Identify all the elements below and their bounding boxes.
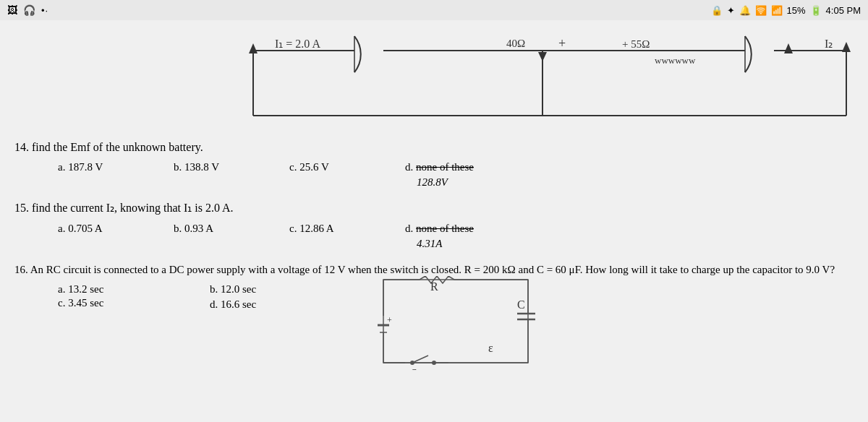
q14-text: find the Emf of the unknown battery. <box>32 141 203 153</box>
q15-a-value: 0.705 A <box>68 223 103 234</box>
q16-a-value: 13.2 sec <box>68 283 103 295</box>
notification-icon: 🔔 <box>739 5 751 16</box>
q15-d-strikethrough: none of these <box>416 223 474 234</box>
rc-circuit-diagram: R C <box>376 276 535 373</box>
q14-b-value: 138.8 V <box>184 161 219 173</box>
q16-answers: a. 13.2 sec c. 3.45 sec <box>58 283 195 309</box>
q14-answers: a. 187.8 V b. 138.8 V c. 25.6 V d. none … <box>58 158 854 190</box>
lock-icon: 🔒 <box>711 5 723 16</box>
status-left: 🖼 🎧 •· <box>7 4 48 16</box>
status-right: 🔒 ✦ 🔔 🛜 📶 15% 🔋 4:05 PM <box>711 5 861 16</box>
star-icon: ✦ <box>727 5 735 16</box>
headphone-icon: 🎧 <box>23 4 35 16</box>
question-15-title: 15. find the current I₂, knowing that I₁… <box>14 200 854 216</box>
q16-b-value: 12.0 sec <box>221 283 256 295</box>
q15-d-value: d. none of these <box>405 221 550 236</box>
q14-c-value: 25.6 V <box>299 161 329 173</box>
q16-content: a. 13.2 sec c. 3.45 sec b. 12.0 sec d. <box>14 283 854 373</box>
q16-d-value: 16.6 sec <box>221 298 256 310</box>
q16-c-value: 3.45 sec <box>68 297 103 309</box>
svg-text:S: S <box>411 367 417 370</box>
svg-text:R: R <box>430 280 438 293</box>
q15-answer-d: d. none of these 4.31A <box>405 221 550 251</box>
q14-a-value: 187.8 V <box>68 161 103 173</box>
q15-d-extra: 4.31A <box>417 236 550 251</box>
q15-b-value: 0.93 A <box>184 223 213 234</box>
svg-text:ε: ε <box>488 342 493 354</box>
q15-answer-a: a. 0.705 A <box>58 220 174 237</box>
wifi-icon: 🛜 <box>755 5 767 16</box>
q15-a-label: a. <box>58 223 68 234</box>
q15-answer-b: b. 0.93 A <box>174 220 289 237</box>
q14-number: 14. <box>14 141 29 153</box>
q16-answer-d: d. 16.6 sec <box>210 298 318 311</box>
q15-number: 15. <box>14 202 29 214</box>
question-16-text: 16. An RC circuit is connected to a DC p… <box>14 262 854 278</box>
rc-circuit-svg: R C <box>376 276 535 370</box>
battery-percentage: 15% <box>787 5 806 16</box>
svg-line-37 <box>412 356 428 363</box>
q16-body: An RC circuit is connected to a DC power… <box>30 264 835 275</box>
svg-text:C: C <box>517 298 525 311</box>
q16-b-label: b. <box>210 283 221 295</box>
signal-icon: 📶 <box>771 5 783 16</box>
question-14-block: 14. find the Emf of the unknown battery.… <box>14 139 854 190</box>
q15-c-value: 12.86 A <box>299 223 334 234</box>
questions-area: 14. find the Emf of the unknown battery.… <box>0 20 868 422</box>
q16-d-label: d. <box>210 298 221 310</box>
battery-icon: 🔋 <box>810 5 822 16</box>
question-15-block: 15. find the current I₂, knowing that I₁… <box>14 200 854 251</box>
q14-b-label: b. <box>174 161 184 173</box>
photo-icon: 🖼 <box>7 4 17 16</box>
q14-answer-a: a. 187.8 V <box>58 158 174 176</box>
q16-answers-col2: b. 12.0 sec d. 16.6 sec <box>210 283 318 311</box>
q15-b-label: b. <box>174 223 184 234</box>
q16-a-label: a. <box>58 283 68 295</box>
q15-answer-c: c. 12.86 A <box>289 220 405 237</box>
q14-c-label: c. <box>289 161 299 173</box>
q16-answers-col: a. 13.2 sec c. 3.45 sec <box>58 283 166 309</box>
q16-answer-a: a. 13.2 sec <box>58 283 166 296</box>
q14-d-extra: 128.8V <box>417 175 550 190</box>
q16-answer-c: c. 3.45 sec <box>58 297 166 309</box>
q14-answer-c: c. 25.6 V <box>289 158 405 176</box>
q14-d-value: d. none of these <box>405 160 550 175</box>
q16-c-label: c. <box>58 297 68 309</box>
svg-rect-25 <box>383 280 528 363</box>
status-bar: 🖼 🎧 •· 🔒 ✦ 🔔 🛜 📶 15% 🔋 4:05 PM <box>0 0 868 20</box>
q14-answer-b: b. 138.8 V <box>174 158 289 176</box>
question-14-title: 14. find the Emf of the unknown battery. <box>14 139 854 155</box>
q16-answer-b: b. 12.0 sec <box>210 283 318 296</box>
q15-answers: a. 0.705 A b. 0.93 A c. 12.86 A d. none … <box>58 220 854 251</box>
q14-a-label: a. <box>58 161 68 173</box>
q16-number: 16. <box>14 264 28 275</box>
clock: 4:05 PM <box>826 5 861 16</box>
q14-d-strikethrough: none of these <box>416 161 474 173</box>
q15-c-label: c. <box>289 223 299 234</box>
dots-icon: •· <box>41 5 48 16</box>
q14-answer-d: d. none of these 128.8V <box>405 160 550 190</box>
q15-text: find the current I₂, knowing that I₁ is … <box>32 202 234 214</box>
svg-text:+: + <box>387 315 392 325</box>
question-16-block: 16. An RC circuit is connected to a DC p… <box>14 262 854 374</box>
